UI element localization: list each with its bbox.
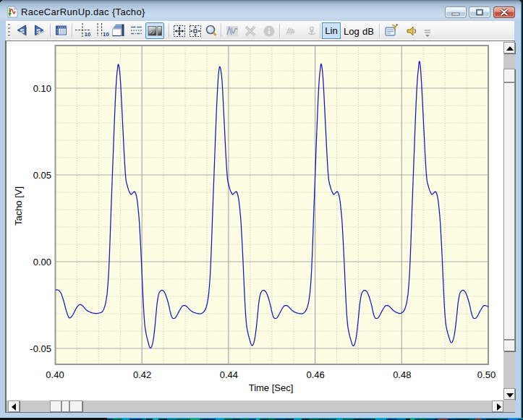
svg-text:S: S [20, 27, 24, 35]
svg-text:0.00: 0.00 [33, 257, 51, 267]
svg-text:0.48: 0.48 [393, 369, 411, 380]
svg-text:-0.05: -0.05 [30, 343, 51, 354]
svg-text:Time [Sec]: Time [Sec] [249, 382, 294, 393]
svg-text:0.10: 0.10 [33, 83, 51, 94]
svg-text:0.46: 0.46 [306, 369, 324, 380]
svg-text:0.42: 0.42 [133, 369, 151, 380]
svg-text:0.44: 0.44 [220, 369, 238, 380]
svg-text:S: S [36, 27, 41, 35]
svg-text:0.50: 0.50 [477, 369, 496, 380]
svg-text:10: 10 [103, 31, 109, 38]
svg-text:0.05: 0.05 [33, 170, 51, 181]
svg-text:Tacho [V]: Tacho [V] [13, 187, 24, 226]
svg-text:0.40: 0.40 [46, 369, 64, 380]
svg-text:10: 10 [85, 31, 91, 38]
